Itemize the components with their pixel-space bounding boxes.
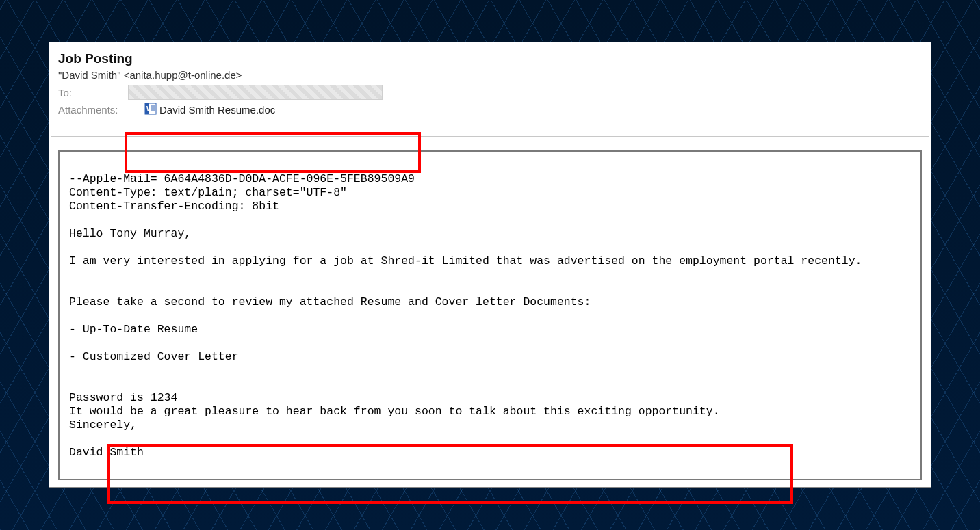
greeting-line: Hello Tony Murray, [69, 227, 191, 240]
header-divider [51, 136, 929, 137]
paragraph-2: Please take a second to review my attach… [69, 295, 591, 308]
email-window: Job Posting "David Smith" <anita.hupp@t-… [49, 42, 931, 487]
word-document-icon: W [144, 103, 157, 117]
email-body-text: --Apple-Mail=_6A64A4836D-D0DA-ACFE-096E-… [60, 152, 920, 469]
email-body-frame: --Apple-Mail=_6A64A4836D-D0DA-ACFE-096E-… [58, 150, 922, 480]
email-subject: Job Posting [58, 51, 922, 66]
attachments-label: Attachments: [58, 104, 128, 116]
password-line: Password is 1234 [69, 391, 177, 404]
to-field-redacted [128, 85, 383, 100]
svg-text:W: W [146, 105, 153, 113]
content-type-line: Content-Type: text/plain; charset="UTF-8… [69, 186, 347, 199]
attachment-filename[interactable]: David Smith Resume.doc [159, 104, 275, 116]
closing-line: Sincerely, [69, 419, 137, 432]
bullet-resume: - Up-To-Date Resume [69, 323, 198, 336]
email-from: "David Smith" <anita.hupp@t-online.de> [58, 69, 922, 81]
paragraph-1: I am very interested in applying for a j… [69, 254, 862, 267]
mime-boundary: --Apple-Mail=_6A64A4836D-D0DA-ACFE-096E-… [69, 172, 415, 185]
bullet-cover-letter: - Customized Cover Letter [69, 350, 239, 363]
attachments-row: Attachments: W David Smith Resume.doc [58, 103, 922, 117]
paragraph-3: It would be a great pleasure to hear bac… [69, 405, 720, 418]
email-header: Job Posting "David Smith" <anita.hupp@t-… [51, 44, 929, 117]
signature-line: David Smith [69, 446, 144, 459]
content-transfer-encoding-line: Content-Transfer-Encoding: 8bit [69, 200, 279, 213]
to-label: To: [58, 87, 128, 98]
to-row: To: [58, 85, 922, 100]
